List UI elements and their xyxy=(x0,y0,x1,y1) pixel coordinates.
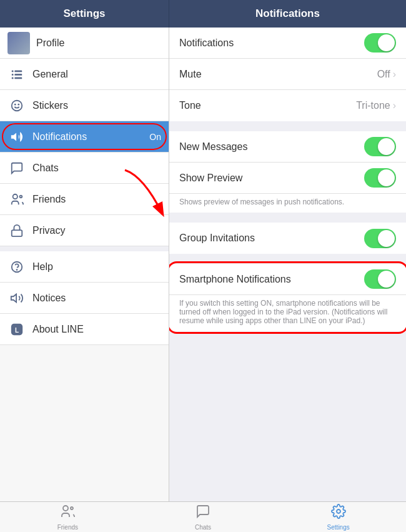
friends-tab-icon xyxy=(60,504,75,523)
group-section: Group Invitations xyxy=(169,223,406,254)
speaker-icon xyxy=(7,128,26,146)
gap2 xyxy=(169,218,406,223)
toggle-knob xyxy=(378,230,395,247)
sidebar-item-help[interactable]: Help xyxy=(0,251,169,283)
megaphone-icon xyxy=(7,289,26,308)
settings-header: Settings xyxy=(0,0,169,28)
tone-chevron: › xyxy=(393,100,396,111)
new-messages-label: New Messages xyxy=(179,141,364,153)
toggle-knob xyxy=(378,34,395,51)
sidebar-item-profile[interactable]: Profile xyxy=(0,28,169,59)
sidebar-item-chats[interactable]: Chats xyxy=(0,153,169,184)
sidebar-item-notifications[interactable]: Notifications On xyxy=(0,121,169,153)
smartphone-notifications-toggle[interactable] xyxy=(364,269,396,289)
sidebar-item-label: Privacy xyxy=(32,225,161,236)
mute-value: Off xyxy=(377,69,390,80)
smartphone-notifications-row[interactable]: Smartphone Notifications xyxy=(169,264,406,295)
toggle-knob xyxy=(378,169,395,186)
sidebar-item-stickers[interactable]: Stickers xyxy=(0,90,169,121)
gap1 xyxy=(169,126,406,131)
group-invitations-toggle[interactable] xyxy=(364,229,396,248)
svg-marker-14 xyxy=(11,294,16,302)
group-invitations-label: Group Invitations xyxy=(179,233,364,244)
sidebar-item-label: Help xyxy=(32,261,161,273)
mute-row[interactable]: Mute Off › xyxy=(169,59,406,90)
new-messages-row[interactable]: New Messages xyxy=(169,131,406,163)
notifications-title: Notifications xyxy=(255,8,320,20)
smartphone-section: Smartphone Notifications If you switch t… xyxy=(169,264,406,331)
new-messages-toggle[interactable] xyxy=(364,137,396,156)
messages-section: New Messages Show Preview Shows preview … xyxy=(169,131,406,213)
sidebar-item-label: About LINE xyxy=(32,324,161,335)
svg-point-9 xyxy=(13,194,17,198)
svg-point-19 xyxy=(337,509,340,513)
top-header: Settings Notifications xyxy=(0,0,406,28)
gap3 xyxy=(169,259,406,264)
tab-settings[interactable]: Settings xyxy=(270,502,406,532)
svg-rect-3 xyxy=(14,74,22,76)
list-icon xyxy=(7,65,26,84)
sidebar-item-label: Chats xyxy=(32,163,161,174)
sidebar-item-friends[interactable]: Friends xyxy=(0,184,169,215)
sidebar-item-privacy[interactable]: Privacy xyxy=(0,215,169,246)
svg-rect-0 xyxy=(12,70,14,72)
svg-rect-4 xyxy=(12,77,14,79)
chat-icon xyxy=(7,159,26,178)
svg-rect-1 xyxy=(14,70,22,72)
sidebar-item-about[interactable]: L About LINE xyxy=(0,314,169,345)
settings-title: Settings xyxy=(63,8,105,20)
tab-friends[interactable]: Friends xyxy=(0,502,136,532)
group-invitations-row[interactable]: Group Invitations xyxy=(169,223,406,254)
tab-friends-label: Friends xyxy=(57,524,78,531)
chats-tab-icon xyxy=(196,504,210,523)
svg-text:L: L xyxy=(15,326,19,333)
right-panel: Notifications Mute Off › Tone Tri-tone › xyxy=(169,28,406,501)
notifications-badge: On xyxy=(149,132,161,142)
tab-chats-label: Chats xyxy=(195,524,211,531)
svg-rect-2 xyxy=(12,74,14,76)
question-icon xyxy=(7,258,26,276)
svg-point-6 xyxy=(12,100,22,111)
svg-rect-5 xyxy=(14,77,22,79)
sidebar-item-label: Friends xyxy=(32,194,161,205)
show-preview-note: Shows preview of messages in push notifi… xyxy=(169,194,406,213)
show-preview-toggle[interactable] xyxy=(364,168,396,188)
tab-settings-label: Settings xyxy=(327,524,350,531)
svg-point-18 xyxy=(71,507,73,509)
smile-icon xyxy=(7,96,26,115)
toggle-knob xyxy=(378,138,395,155)
line-icon: L xyxy=(7,320,26,339)
toggle-knob xyxy=(378,271,395,288)
sidebar-item-label: Stickers xyxy=(32,100,161,111)
smartphone-notifications-label: Smartphone Notifications xyxy=(179,274,364,285)
notifications-row[interactable]: Notifications xyxy=(169,28,406,59)
sidebar-item-general[interactable]: General xyxy=(0,59,169,90)
sidebar-item-label: Notices xyxy=(32,293,161,304)
tab-chats[interactable]: Chats xyxy=(136,502,271,532)
gear-tab-icon xyxy=(331,504,346,523)
lock-icon xyxy=(7,221,26,240)
show-preview-label: Show Preview xyxy=(179,173,364,184)
sidebar-item-label: Notifications xyxy=(32,131,149,143)
tone-row[interactable]: Tone Tri-tone › xyxy=(169,90,406,121)
friends-icon xyxy=(7,190,26,209)
sidebar: Profile General Stickers xyxy=(0,28,169,501)
sidebar-item-label: Profile xyxy=(36,38,161,49)
mute-chevron: › xyxy=(393,69,396,80)
notifications-header: Notifications xyxy=(169,0,406,28)
profile-avatar xyxy=(7,32,30,54)
notifications-toggle[interactable] xyxy=(364,33,396,53)
svg-rect-11 xyxy=(12,230,22,236)
sidebar-section-gap xyxy=(0,246,169,251)
notifications-section: Notifications Mute Off › Tone Tri-tone › xyxy=(169,28,406,121)
sidebar-item-notices[interactable]: Notices xyxy=(0,283,169,314)
svg-point-17 xyxy=(63,506,68,511)
show-preview-row[interactable]: Show Preview xyxy=(169,163,406,194)
tab-bar: Friends Chats Settings xyxy=(0,501,406,532)
sidebar-item-label: General xyxy=(32,69,161,80)
svg-point-10 xyxy=(20,195,22,198)
notifications-label: Notifications xyxy=(179,38,364,49)
tone-label: Tone xyxy=(179,100,356,111)
tone-value: Tri-tone xyxy=(356,100,390,111)
smartphone-notifications-note: If you switch this setting ON, smartphon… xyxy=(169,295,406,331)
